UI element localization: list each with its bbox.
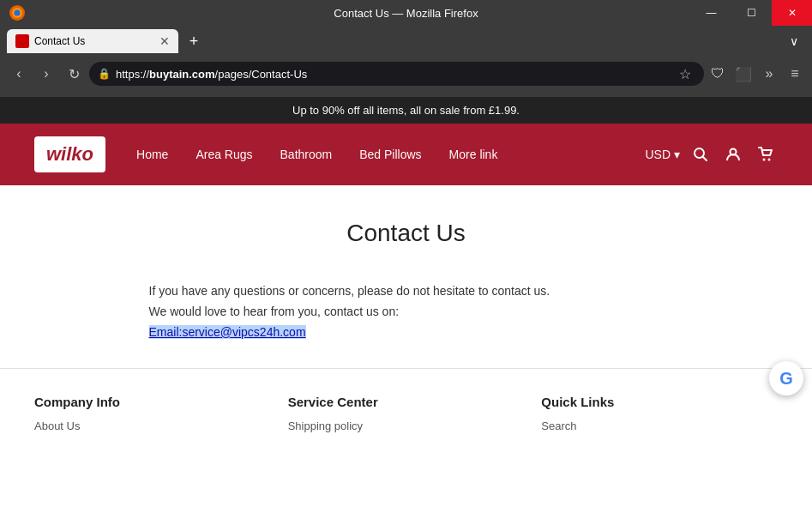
contact-email-link[interactable]: Email:service@vipcs24h.com bbox=[149, 325, 306, 339]
tabs-dropdown-button[interactable]: ∨ bbox=[783, 31, 805, 51]
nav-area-rugs[interactable]: Area Rugs bbox=[182, 148, 266, 161]
svg-point-7 bbox=[768, 159, 771, 161]
contact-body: If you have any questions or concerns, p… bbox=[149, 281, 664, 342]
promo-text: Up to 90% off all items, all on sale fro… bbox=[292, 104, 520, 117]
logo-wrap[interactable]: wilko bbox=[34, 136, 105, 172]
main-content: Contact Us If you have any questions or … bbox=[0, 185, 812, 368]
footer-quick-links: Quick Links Search bbox=[541, 395, 778, 438]
site-header: wilko Home Area Rugs Bathroom Bed Pillow… bbox=[0, 124, 812, 185]
cart-icon[interactable] bbox=[754, 142, 778, 166]
footer-company-info: Company Info About Us bbox=[34, 395, 271, 438]
minimize-button[interactable]: — bbox=[691, 0, 731, 26]
firefox-icon bbox=[9, 4, 26, 21]
nav-home[interactable]: Home bbox=[123, 148, 182, 161]
nav-bathroom[interactable]: Bathroom bbox=[267, 148, 346, 161]
contact-line1: If you have any questions or concerns, p… bbox=[149, 281, 664, 302]
shield-icon[interactable]: 🛡 bbox=[707, 63, 728, 84]
nav-more-link[interactable]: More link bbox=[436, 148, 512, 161]
browser-toolbar: ‹ › ↻ 🔒 https://buytain.com/pages/Contac… bbox=[0, 57, 812, 91]
footer-grid: Company Info About Us Service Center Shi… bbox=[34, 395, 778, 438]
address-bar[interactable]: 🔒 https://buytain.com/pages/Contact-Us ☆ bbox=[89, 62, 704, 86]
contact-line2: We would love to hear from you, contact … bbox=[149, 302, 664, 323]
svg-point-2 bbox=[15, 10, 21, 16]
account-icon[interactable] bbox=[721, 142, 745, 166]
hamburger-menu-icon[interactable]: ≡ bbox=[785, 63, 805, 84]
new-tab-button[interactable]: + bbox=[182, 29, 206, 53]
overflow-menu-icon[interactable]: » bbox=[759, 63, 779, 84]
header-icons bbox=[689, 142, 778, 166]
tab-favicon bbox=[15, 34, 29, 48]
url-text: https://buytain.com/pages/Contact-Us bbox=[116, 68, 670, 81]
tab-close-button[interactable]: ✕ bbox=[159, 34, 170, 48]
footer-about-us[interactable]: About Us bbox=[34, 419, 271, 432]
footer-search[interactable]: Search bbox=[541, 419, 778, 432]
footer-shipping-policy[interactable]: Shipping policy bbox=[288, 419, 525, 432]
browser-chrome: Contact Us — Mozilla Firefox — ☐ ✕ Conta… bbox=[0, 0, 812, 97]
tabs-bar: Contact Us ✕ + ∨ bbox=[0, 26, 812, 57]
reload-button[interactable]: ↻ bbox=[62, 62, 86, 86]
window-title: Contact Us — Mozilla Firefox bbox=[334, 7, 478, 20]
currency-selector[interactable]: USD ▾ bbox=[636, 148, 689, 161]
promo-banner: Up to 90% off all items, all on sale fro… bbox=[0, 97, 812, 124]
main-nav: Home Area Rugs Bathroom Bed Pillows More… bbox=[123, 148, 636, 161]
toolbar-right: 🛡 ⬛ » ≡ bbox=[707, 63, 805, 84]
svg-point-6 bbox=[763, 159, 766, 161]
currency-arrow-icon: ▾ bbox=[674, 148, 680, 161]
maximize-button[interactable]: ☐ bbox=[731, 0, 772, 26]
google-fab-button[interactable]: G bbox=[769, 361, 803, 395]
forward-button[interactable]: › bbox=[34, 62, 58, 86]
bookmark-star-icon[interactable]: ☆ bbox=[675, 63, 695, 84]
page-title: Contact Us bbox=[34, 220, 778, 247]
footer-service-title: Service Center bbox=[288, 395, 525, 409]
title-bar: Contact Us — Mozilla Firefox — ☐ ✕ bbox=[0, 0, 812, 26]
site-footer: Company Info About Us Service Center Shi… bbox=[0, 368, 812, 446]
svg-line-4 bbox=[703, 157, 707, 161]
footer-company-title: Company Info bbox=[34, 395, 271, 409]
footer-quick-links-title: Quick Links bbox=[541, 395, 778, 409]
window-controls: — ☐ ✕ bbox=[691, 0, 812, 26]
security-lock-icon: 🔒 bbox=[98, 68, 111, 80]
search-icon[interactable] bbox=[689, 142, 713, 166]
google-g-icon: G bbox=[779, 369, 793, 389]
site-content: Up to 90% off all items, all on sale fro… bbox=[0, 97, 812, 507]
footer-service-center: Service Center Shipping policy bbox=[288, 395, 525, 438]
close-button[interactable]: ✕ bbox=[772, 0, 812, 26]
url-domain: buytain.com bbox=[149, 68, 215, 81]
back-button[interactable]: ‹ bbox=[7, 62, 31, 86]
currency-label: USD bbox=[645, 148, 671, 161]
url-path: /pages/Contact-Us bbox=[215, 68, 308, 81]
nav-bed-pillows[interactable]: Bed Pillows bbox=[346, 148, 435, 161]
active-tab[interactable]: Contact Us ✕ bbox=[7, 29, 178, 53]
logo: wilko bbox=[46, 143, 93, 165]
extensions-icon[interactable]: ⬛ bbox=[733, 63, 754, 84]
tab-title: Contact Us bbox=[34, 35, 154, 47]
